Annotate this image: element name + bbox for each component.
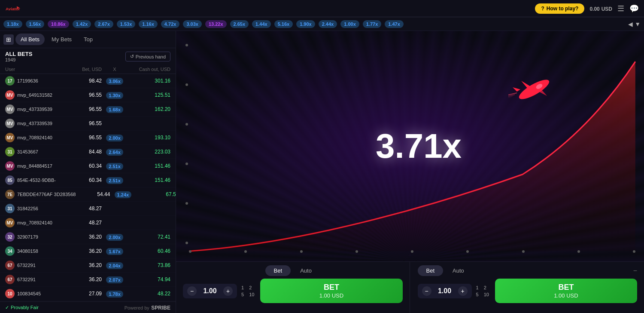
amount-control-2: − 1.00 + [418,284,472,298]
bet-amount: 98.42 [67,78,102,84]
bet-tab-bet-1[interactable]: Bet [265,265,291,276]
bet-amount: 96.55 [67,135,102,141]
mult-cell: 1.24x [110,190,136,198]
username: 854E-4532-9DBB- [17,178,56,183]
cashout-amount: 193.10 [128,135,170,141]
bet-tab-auto-1[interactable]: Auto [292,265,320,276]
avatar: 31 [5,147,15,156]
quick-10-1[interactable]: 10 [247,292,256,298]
user-cell: 85 854E-4532-9DBB- [5,175,67,185]
bet-tabs-1: Bet Auto [183,265,403,276]
axis-dot [466,250,469,253]
all-bets-header: ALL BETS 1949 ↺ Previous hand [0,48,176,65]
menu-button[interactable]: ☰ [617,4,624,13]
axis-dot [577,250,580,253]
strip-prev-button[interactable]: ◀ [628,21,633,28]
mult-badge[interactable]: 1.47x [385,20,404,28]
avatar: MV [5,133,15,142]
mult-cell: 3.06x [102,77,128,85]
amount-value-2: 1.00 [434,287,456,295]
avatar: 7E [5,190,15,199]
bet-row: MV mvp_708924140 96.55 2.00x 193.10 [0,131,176,145]
avatar: 67 [5,275,15,284]
how-to-play-button[interactable]: ? How to play? [535,3,584,14]
cashout-amount: 223.03 [128,149,170,155]
bet-row: 34 34080158 36.20 1.67x 60.46 [0,244,176,258]
bet-panel-2: Bet Auto − − 1.00 + 1 2 [411,262,644,313]
quick-10-2[interactable]: 10 [482,292,491,298]
provably-fair-label: Provably Fair [11,305,39,310]
quick-2-2[interactable]: 2 [482,285,488,291]
user-cell: 32 32907179 [5,232,67,242]
quick-row-3: 1 2 [474,285,491,291]
mult-badge[interactable]: 2.67x [94,20,113,28]
bets-list: 17 17199636 98.42 3.06x 301.16 MV mvp_64… [0,74,176,301]
bet-row: MV mvp_844884517 60.34 2.51x 151.46 [0,159,176,173]
bet-sub-label-2: 1.00 USD [554,292,578,299]
tab-my-bets[interactable]: My Bets [46,34,77,45]
bet-action-button-1[interactable]: BET 1.00 USD [260,279,402,303]
mult-badge[interactable]: 5.16x [274,20,293,28]
bet-amount: 54.44 [76,191,110,197]
user-cell: MV mvp_708924140 [5,133,67,142]
quick-5-2[interactable]: 5 [474,292,480,298]
history-icon: ↺ [130,54,134,59]
axis-dot [189,250,191,253]
bet-amount: 84.48 [67,149,102,155]
user-cell: 31 31453667 [5,147,67,156]
bet-amount: 96.55 [67,92,102,98]
avatar: 67 [5,261,15,270]
amount-increase-1[interactable]: + [223,286,233,296]
chat-button[interactable]: 💬 [629,4,639,13]
username: mvp_708924140 [17,135,52,140]
tab-all-bets[interactable]: All Bets [15,34,45,45]
quick-1-2[interactable]: 1 [474,285,480,291]
mult-badge[interactable]: 2.44x [319,20,337,28]
quick-5-1[interactable]: 5 [240,292,246,298]
tab-top[interactable]: Top [79,34,98,45]
bet-row: MV mvp_437339539 96.55 1.68x 162.20 [0,102,176,117]
mult-badge[interactable]: 1.77x [363,20,382,28]
mult-cell: 2.51x [102,162,128,170]
mult-badge[interactable]: 1.56x [26,20,45,28]
bet-row: 10 100834545 27.09 1.78x 48.22 [0,287,176,301]
bet-tab-bet-2[interactable]: Bet [418,265,444,276]
avatar: 10 [5,289,15,298]
amount-decrease-1[interactable]: − [187,286,197,296]
mult-badge[interactable]: 1.42x [73,20,91,28]
amount-decrease-2[interactable]: − [422,286,431,296]
mult-cell: 2.04x [102,261,128,269]
mult-badge[interactable]: 10.86x [48,20,69,28]
bet-amount: 96.55 [67,120,102,126]
mult-badge[interactable]: 3.03x [183,20,202,28]
quick-amounts-2: 1 2 5 10 [474,285,491,298]
mult-badge[interactable]: 2.65x [230,20,249,28]
cashout-amount: 301.16 [128,78,170,84]
mult-badge[interactable]: 1.90x [296,20,315,28]
top-bar-right: ? How to play? 0.00 USD ☰ 💬 [535,3,639,14]
avatar: MV [5,218,15,227]
quick-2-1[interactable]: 2 [247,285,253,291]
mult-badge[interactable]: 1.00x [340,20,359,28]
previous-hand-button[interactable]: ↺ Previous hand [125,52,170,61]
mult-badge[interactable]: 1.53x [117,20,136,28]
bet-tab-auto-2[interactable]: Auto [444,265,473,276]
quick-row-4: 5 10 [474,292,491,298]
quick-1-1[interactable]: 1 [240,285,246,291]
mult-badge[interactable]: 13.22x [205,20,227,28]
grid-view-button[interactable]: ⊞ [3,34,14,45]
mult-badge[interactable]: 1.18x [3,20,22,28]
left-panel: ⊞ All Bets My Bets Top ALL BETS 1949 ↺ P… [0,31,176,313]
axis-dot [185,202,188,205]
strip-next-button[interactable]: ▼ [635,21,641,28]
bet-action-button-2[interactable]: BET 1.00 USD [495,279,637,303]
powered-by: Powered by SPRIBE [125,304,170,311]
mult-badge[interactable]: 4.72x [161,20,180,28]
collapse-panel-2[interactable]: − [633,267,637,275]
amount-control-1: − 1.00 + [183,284,237,298]
mult-badge[interactable]: 1.44x [252,20,271,28]
amount-increase-2[interactable]: + [458,286,468,296]
mult-badge[interactable]: 1.16x [139,20,158,28]
shield-icon: ✓ [5,305,9,310]
col-user: User [5,67,67,72]
